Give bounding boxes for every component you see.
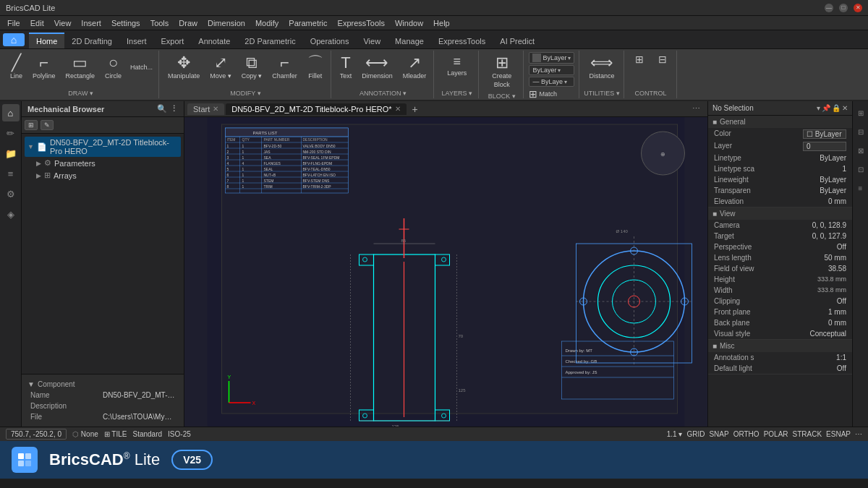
sidebar-properties-icon[interactable]: ⚙: [2, 185, 20, 202]
panel-search-icon[interactable]: 🔍: [157, 104, 167, 114]
annotation-mleader-btn[interactable]: ↗Mleader: [399, 52, 431, 82]
add-tab-btn[interactable]: +: [408, 102, 422, 116]
tab-start-close[interactable]: ✕: [213, 105, 218, 113]
control-btn[interactable]: ⊞: [629, 52, 650, 67]
sidebar-browser-icon[interactable]: 📁: [2, 145, 20, 162]
menu-tools[interactable]: Tools: [146, 17, 174, 29]
grid-btn[interactable]: GRID: [686, 430, 705, 438]
minimize-button[interactable]: —: [825, 4, 833, 12]
tree-item-arrays[interactable]: ▶ ⊞ Arrays: [25, 169, 181, 181]
view-section-header[interactable]: ■View: [708, 207, 852, 220]
tree-item-root[interactable]: ▼ 📄 DN50-BFV_2D_MT-2D Titleblock-Pro HER…: [25, 137, 181, 157]
sidebar-draw-icon[interactable]: ✏: [2, 124, 20, 142]
props-section-view: ■View Camera 0, 0, 128.9 Target 0, 0, 12…: [708, 207, 852, 340]
tab-view[interactable]: View: [356, 33, 388, 48]
strack-btn[interactable]: STRACK: [793, 430, 822, 438]
layers-btn[interactable]: ≡Layers: [443, 52, 471, 80]
menu-dimension[interactable]: Dimension: [203, 17, 250, 29]
modify-copy-btn[interactable]: ⧉Copy ▾: [237, 52, 267, 82]
menu-draw[interactable]: Draw: [174, 17, 202, 29]
draw-rectangle-btn[interactable]: ▭Rectangle: [61, 52, 100, 82]
panel-btn1[interactable]: ⊞: [25, 120, 38, 130]
right-icon-3[interactable]: ⊠: [852, 142, 869, 159]
modify-fillet-btn[interactable]: ⌒Fillet: [303, 52, 328, 82]
close-button[interactable]: ✕: [854, 4, 862, 12]
modify-move-btn[interactable]: ⤢Move ▾: [205, 52, 236, 82]
right-icon-4[interactable]: ⊡: [852, 160, 869, 178]
home-icon-btn[interactable]: ⌂: [3, 33, 25, 46]
tab-drawing-close[interactable]: ✕: [395, 105, 401, 113]
tab-2d-drafting[interactable]: 2D Drafting: [64, 33, 119, 48]
create-block-btn[interactable]: ⊞CreateBlock: [488, 52, 516, 91]
annotation-dimension-btn[interactable]: ⟷Dimension: [357, 52, 397, 82]
draw-circle-btn[interactable]: ○Circle: [101, 52, 126, 82]
props-filter-btn[interactable]: ▾: [817, 104, 820, 112]
annotation-val: 1:1: [836, 354, 846, 361]
zoom-display[interactable]: 1.1 ▾: [667, 430, 683, 438]
draw-hatch-btn[interactable]: Hatch...: [127, 62, 156, 72]
drawing-viewport[interactable]: Drawn by: MT Checked by: GB Approved by:…: [184, 117, 707, 427]
sidebar-layers-icon[interactable]: ≡: [2, 165, 20, 182]
maximize-button[interactable]: □: [839, 4, 848, 12]
menu-parametric[interactable]: Parametric: [284, 17, 331, 29]
ortho-btn[interactable]: ORTHO: [733, 430, 760, 438]
props-pin-btn[interactable]: 📌: [822, 104, 830, 112]
menu-help[interactable]: Help: [429, 17, 454, 29]
menu-settings[interactable]: Settings: [107, 17, 145, 29]
brand-icon: [12, 447, 38, 473]
menu-edit[interactable]: Edit: [26, 17, 48, 29]
menu-expresstools[interactable]: ExpressTools: [333, 17, 389, 29]
bylayer-layer-btn[interactable]: ByLayer ▾: [529, 65, 574, 75]
svg-text:85: 85: [401, 239, 407, 243]
panel-btn2[interactable]: ✎: [41, 120, 54, 130]
annotation-text-btn[interactable]: TText: [336, 52, 357, 82]
control-btn2[interactable]: ⊟: [652, 52, 673, 67]
more-btn[interactable]: ⋯: [855, 430, 862, 438]
menu-insert[interactable]: Insert: [77, 17, 106, 29]
general-section-header[interactable]: ■General: [708, 116, 852, 128]
props-lock-btn[interactable]: 🔒: [832, 104, 841, 112]
bylayer-linetype-btn[interactable]: — ByLaye ▾: [529, 77, 574, 87]
component-section-title[interactable]: ▼ Component: [27, 379, 178, 390]
params-icon: ⚙: [44, 158, 51, 168]
right-icon-1[interactable]: ⊞: [852, 104, 869, 121]
tab-2d-parametric[interactable]: 2D Parametric: [237, 33, 302, 48]
menu-modify[interactable]: Modify: [251, 17, 283, 29]
tab-operations[interactable]: Operations: [303, 33, 357, 48]
tab-expresstools[interactable]: ExpressTools: [431, 33, 493, 48]
tab-annotate[interactable]: Annotate: [191, 33, 237, 48]
props-close-btn[interactable]: ✕: [842, 104, 848, 112]
bylayer-color-btn[interactable]: ByLayer ▾: [529, 52, 574, 64]
tab-overflow-btn[interactable]: ⋯: [688, 103, 705, 115]
color-val[interactable]: ☐ ByLayer: [803, 129, 846, 139]
misc-section-header[interactable]: ■Misc: [708, 340, 852, 352]
draw-polyline-btn[interactable]: ⌐Polyline: [28, 52, 60, 82]
menu-window[interactable]: Window: [391, 17, 427, 29]
tab-insert[interactable]: Insert: [119, 33, 154, 48]
tab-ai-predict[interactable]: AI Predict: [493, 33, 542, 48]
match-btn[interactable]: ⊞ Match: [529, 88, 574, 100]
menu-file[interactable]: File: [3, 17, 25, 29]
layer-val[interactable]: 0: [803, 142, 846, 151]
tab-export[interactable]: Export: [154, 33, 192, 48]
tab-manage[interactable]: Manage: [388, 33, 431, 48]
right-icon-2[interactable]: ⊟: [852, 123, 869, 140]
sidebar-home-icon[interactable]: ⌂: [2, 104, 20, 121]
distance-btn[interactable]: ⟺Distance: [585, 52, 619, 82]
esnap-btn[interactable]: ESNAP: [826, 430, 851, 438]
modify-chamfer-btn[interactable]: ⌐Chamfer: [268, 52, 302, 82]
tab-home[interactable]: Home: [29, 33, 64, 48]
polar-btn[interactable]: POLAR: [764, 430, 788, 438]
tile-btn[interactable]: ⊞ TILE: [104, 430, 127, 438]
snap-btn[interactable]: SNAP: [709, 430, 728, 438]
panel-menu-icon[interactable]: ⋮: [170, 104, 178, 114]
tab-start[interactable]: Start ✕: [187, 103, 224, 115]
properties-title: No Selection: [712, 104, 754, 112]
tree-item-params[interactable]: ▶ ⚙ Parameters: [25, 157, 181, 169]
draw-line-btn[interactable]: ╱Line: [6, 52, 27, 82]
modify-manipulate-btn[interactable]: ✥Manipulate: [163, 52, 204, 82]
menu-view[interactable]: View: [50, 17, 76, 29]
tab-drawing[interactable]: DN50-BFV_2D_MT-2D Titleblock-Pro HERO* ✕: [226, 103, 406, 115]
right-icon-5[interactable]: ≡: [852, 179, 869, 197]
sidebar-render-icon[interactable]: ◈: [2, 205, 20, 223]
